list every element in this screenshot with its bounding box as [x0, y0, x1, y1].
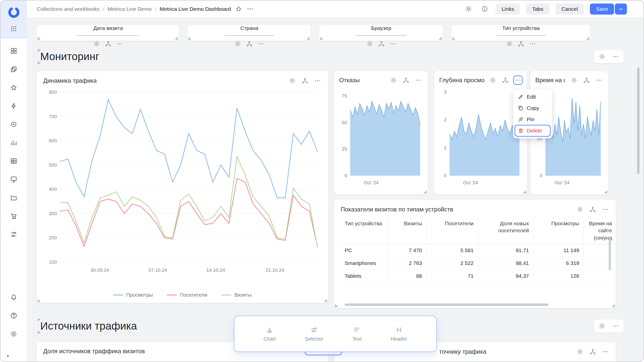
- gear-icon[interactable]: [389, 76, 397, 84]
- gear-icon[interactable]: [576, 348, 584, 356]
- section-title-widget[interactable]: Источники трафика: [37, 318, 143, 334]
- more-options-icon[interactable]: [595, 76, 603, 84]
- more-options-icon[interactable]: [245, 4, 255, 14]
- menu-item-copy[interactable]: Copy: [515, 103, 550, 113]
- resize-handle[interactable]: [424, 190, 427, 193]
- settings-gear-icon[interactable]: [463, 4, 473, 14]
- table-header-cell[interactable]: Просмотры: [533, 217, 583, 244]
- info-icon[interactable]: [479, 4, 490, 14]
- legend-item[interactable]: Посетители: [167, 292, 207, 298]
- more-options-icon[interactable]: [612, 53, 620, 61]
- section-title-widget[interactable]: Мониторинг: [37, 48, 106, 65]
- relations-icon[interactable]: [517, 40, 525, 48]
- more-options-icon[interactable]: [389, 40, 397, 48]
- favorite-star-icon[interactable]: [233, 4, 244, 14]
- gear-icon[interactable]: [288, 77, 296, 85]
- resize-handle[interactable]: [452, 37, 455, 40]
- breadcrumb-item[interactable]: Collections and workbooks: [37, 6, 100, 12]
- relations-icon[interactable]: [301, 77, 309, 85]
- sidebar-datasets-icon[interactable]: [8, 155, 20, 167]
- sidebar-collections-icon[interactable]: [8, 63, 20, 75]
- relations-icon[interactable]: [377, 40, 385, 48]
- table-header-cell[interactable]: Время на сайте (секунд: [583, 217, 616, 244]
- relations-icon[interactable]: [104, 40, 112, 48]
- sidebar-actions-icon[interactable]: [8, 100, 20, 112]
- sidebar-presentations-icon[interactable]: [8, 173, 20, 185]
- relations-icon[interactable]: [589, 348, 597, 356]
- resize-handle[interactable]: [586, 37, 589, 40]
- sidebar-help-icon[interactable]: [8, 309, 20, 322]
- gear-icon[interactable]: [598, 53, 606, 61]
- resize-handle[interactable]: [38, 61, 41, 64]
- sidebar-dashboards-icon[interactable]: [8, 45, 20, 57]
- gear-icon[interactable]: [366, 40, 374, 48]
- resize-handle[interactable]: [335, 304, 338, 307]
- sidebar-favorites-icon[interactable]: [8, 81, 20, 94]
- sidebar-expand-icon[interactable]: [5, 353, 11, 359]
- save-dropdown-chevron-icon[interactable]: [615, 4, 627, 15]
- sidebar-storage-icon[interactable]: [8, 192, 20, 204]
- vertical-scrollbar[interactable]: [609, 238, 611, 270]
- links-button[interactable]: Links: [496, 4, 520, 15]
- gear-icon[interactable]: [598, 322, 606, 330]
- sidebar-notifications-icon[interactable]: [8, 291, 20, 303]
- more-options-icon[interactable]: [313, 77, 321, 85]
- cancel-button[interactable]: Cancel: [555, 4, 584, 15]
- sidebar-settings-icon[interactable]: [8, 328, 20, 340]
- resize-handle[interactable]: [38, 299, 41, 302]
- dock-chart-button[interactable]: Chart: [263, 326, 276, 342]
- gear-icon[interactable]: [505, 40, 513, 48]
- horizontal-scrollbar[interactable]: [345, 303, 548, 306]
- table-header-cell[interactable]: Визиты: [388, 217, 426, 244]
- sidebar-monitoring-icon[interactable]: [8, 118, 20, 130]
- menu-item-delete[interactable]: Delete: [515, 125, 550, 136]
- resize-handle[interactable]: [188, 37, 191, 40]
- filter-value-box[interactable]: No selected values: [224, 35, 275, 36]
- resize-handle[interactable]: [523, 190, 526, 193]
- dock-selector-button[interactable]: Selector: [305, 326, 323, 342]
- resize-handle[interactable]: [38, 49, 41, 52]
- sidebar-marketplace-icon[interactable]: [8, 210, 20, 222]
- relations-icon[interactable]: [402, 76, 410, 84]
- breadcrumb-item[interactable]: Metrica Live Demo: [108, 6, 152, 12]
- gear-icon[interactable]: [576, 205, 584, 213]
- resize-handle[interactable]: [604, 190, 607, 193]
- menu-item-edit[interactable]: Edit: [515, 92, 550, 102]
- resize-handle[interactable]: [38, 330, 41, 333]
- resize-handle[interactable]: [324, 299, 327, 302]
- gear-icon[interactable]: [489, 76, 497, 84]
- filter-value-box[interactable]: No selected values: [356, 35, 407, 36]
- table-header-cell[interactable]: Доля новых посетителей: [478, 217, 533, 244]
- traffic-dynamics-chart[interactable]: 10020030040050060070080030.09.2407.10.24…: [44, 88, 321, 274]
- save-button[interactable]: Save: [590, 4, 614, 15]
- legend-item[interactable]: Просмотры: [113, 292, 153, 298]
- bounces-chart[interactable]: 0255075Oct '24: [339, 86, 423, 187]
- gear-icon[interactable]: [234, 40, 242, 48]
- resize-handle[interactable]: [38, 37, 41, 40]
- sidebar-charts-icon[interactable]: [8, 137, 20, 149]
- gear-icon[interactable]: [93, 40, 101, 48]
- relations-icon[interactable]: [501, 76, 509, 84]
- datalens-logo[interactable]: [7, 6, 21, 19]
- dock-text-button[interactable]: Text: [352, 326, 362, 342]
- filter-value-box[interactable]: 25.09.2024 - 26.10.2024: [77, 35, 140, 36]
- dock-header-button[interactable]: Header: [391, 326, 407, 342]
- more-options-icon[interactable]: [116, 40, 124, 48]
- resize-handle[interactable]: [307, 37, 310, 40]
- gear-icon[interactable]: [570, 76, 578, 84]
- resize-handle[interactable]: [612, 304, 615, 307]
- more-options-icon[interactable]: [529, 40, 537, 48]
- relations-icon[interactable]: [589, 205, 597, 213]
- table-header-cell[interactable]: Посетители: [426, 217, 478, 244]
- more-options-icon[interactable]: [601, 205, 609, 213]
- resize-handle[interactable]: [38, 319, 41, 322]
- more-options-icon[interactable]: [514, 76, 522, 84]
- resize-handle[interactable]: [439, 37, 442, 40]
- menu-item-pin[interactable]: Pin: [515, 114, 550, 125]
- resize-handle[interactable]: [320, 37, 323, 40]
- filter-value-box[interactable]: No selected values: [496, 35, 546, 36]
- view-depth-chart[interactable]: 0123Oct '24: [439, 86, 522, 187]
- tabs-button[interactable]: Tabs: [526, 4, 549, 15]
- apps-grid-icon[interactable]: [8, 23, 20, 35]
- relations-icon[interactable]: [245, 40, 253, 48]
